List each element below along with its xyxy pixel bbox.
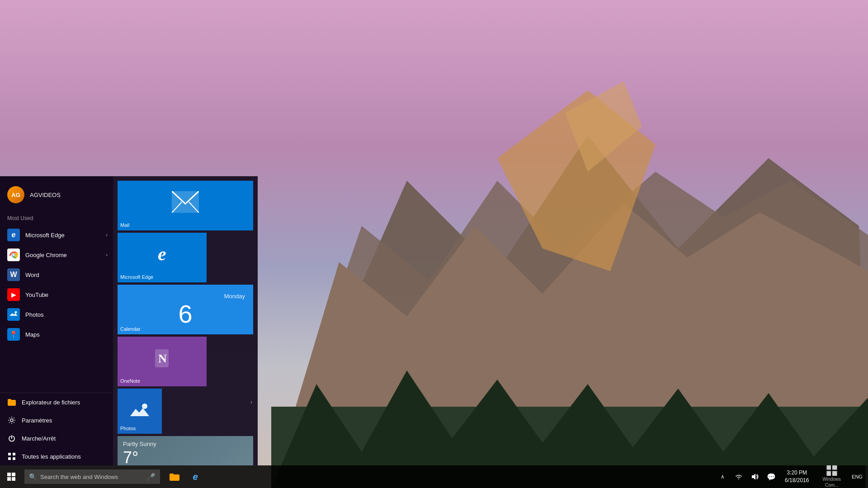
bottom-item-files[interactable]: Explorateur de fichiers › — [0, 393, 113, 411]
microphone-icon[interactable]: 🎤 — [146, 473, 156, 481]
tile-calendar-label: Calendar — [120, 326, 141, 332]
calendar-date-number: 6 — [178, 301, 192, 327]
app-item-photos[interactable]: Photos — [0, 305, 113, 324]
word-icon: W — [7, 268, 20, 281]
svg-rect-16 — [13, 453, 15, 455]
calendar-day-label: Monday — [224, 293, 245, 300]
start-button[interactable] — [0, 465, 23, 488]
svg-point-14 — [10, 419, 13, 422]
app-name-youtube: YouTube — [25, 291, 48, 298]
tile-photos-label: Photos — [120, 426, 136, 431]
tile-weather[interactable]: Partly Sunny 7° Fri ⛅ 8° 1° Sat ☀ 8° — [118, 436, 253, 465]
taskbar-edge[interactable]: e — [185, 465, 205, 488]
svg-rect-15 — [8, 453, 11, 455]
files-label: Explorateur de fichiers — [22, 399, 80, 406]
chevron-right-icon-3: › — [250, 399, 252, 405]
search-bar[interactable]: 🔍 🎤 — [24, 469, 160, 484]
folder-icon — [7, 398, 16, 407]
app-item-word[interactable]: W Word — [0, 265, 113, 285]
power-icon — [7, 434, 16, 443]
svg-rect-18 — [13, 457, 15, 460]
tray-chat-icon[interactable]: 💬 — [763, 465, 779, 488]
tray-network-icon[interactable] — [731, 465, 747, 488]
search-icon: 🔍 — [29, 473, 37, 480]
weather-temp: 7° — [123, 448, 248, 465]
app-name-maps: Maps — [25, 331, 40, 338]
taskbar-file-explorer[interactable] — [165, 465, 184, 488]
app-name-photos: Photos — [25, 311, 43, 318]
settings-icon — [7, 416, 16, 425]
system-tray: ∧ 💬 3:20 PM 6/18/2016 — [714, 465, 868, 488]
edge-icon: e — [7, 229, 20, 241]
svg-point-26 — [142, 404, 147, 409]
weather-condition: Partly Sunny — [123, 441, 248, 447]
chevron-right-icon: › — [106, 232, 108, 238]
all-apps-label: Toutes les applications — [22, 453, 81, 460]
apps-icon — [7, 452, 16, 461]
bottom-item-settings[interactable]: Paramètres — [0, 411, 113, 429]
app-name-chrome: Google Chrome — [25, 252, 67, 258]
app-name-edge: Microsoft Edge — [25, 232, 65, 239]
app-name-word: Word — [25, 272, 39, 278]
left-bottom-section: Explorateur de fichiers › Paramètres — [0, 393, 113, 465]
search-input[interactable] — [40, 474, 143, 480]
youtube-icon: ▶ — [7, 288, 20, 301]
edge-tile-icon: e — [158, 243, 166, 265]
bottom-item-all-apps[interactable]: Toutes les applications — [0, 447, 113, 465]
tile-mail[interactable]: Mail — [118, 181, 253, 230]
tile-mail-label: Mail — [120, 222, 129, 228]
tiles-panel: Mail e Microsoft Edge Monday 6 Calendar … — [113, 176, 258, 465]
svg-rect-47 — [832, 465, 837, 470]
svg-rect-48 — [826, 471, 831, 476]
power-label: Marche/Arrêt — [22, 435, 56, 442]
taskbar-icons: e — [165, 465, 205, 488]
tile-edge[interactable]: e Microsoft Edge — [118, 233, 207, 282]
most-used-label: Most Used — [0, 209, 113, 225]
svg-rect-41 — [7, 473, 11, 476]
svg-point-10 — [13, 254, 15, 256]
clock-time: 3:20 PM — [787, 469, 807, 477]
tile-onenote-label: OneNote — [120, 378, 140, 384]
tile-edge-label: Microsoft Edge — [120, 274, 153, 280]
taskbar: 🔍 🎤 e ∧ 💬 — [0, 465, 868, 488]
user-section[interactable]: AG AGVIDEOS — [0, 181, 113, 209]
tray-language[interactable]: ENG — [849, 465, 865, 488]
tray-up-arrow[interactable]: ∧ — [714, 465, 731, 488]
maps-icon: 📍 — [7, 328, 20, 341]
app-item-chrome[interactable]: Google Chrome › — [0, 245, 113, 265]
svg-rect-17 — [8, 457, 11, 460]
tray-divider — [865, 465, 868, 488]
app-item-maps[interactable]: 📍 Maps — [0, 324, 113, 344]
start-menu: AG AGVIDEOS Most Used e Microsoft Edge › — [0, 176, 258, 465]
clock-date: 6/18/2016 — [785, 477, 809, 484]
windows-activation-text: Windows Com... — [819, 476, 844, 488]
photos-icon — [7, 308, 20, 321]
svg-rect-43 — [7, 477, 11, 481]
windows-activation[interactable]: Windows Com... — [814, 465, 849, 488]
app-item-edge[interactable]: e Microsoft Edge › — [0, 225, 113, 245]
svg-marker-45 — [752, 474, 755, 480]
svg-point-13 — [15, 311, 17, 314]
tile-onenote[interactable]: N OneNote — [118, 337, 207, 386]
tile-photos[interactable]: Photos — [118, 389, 162, 434]
start-menu-left-panel: AG AGVIDEOS Most Used e Microsoft Edge › — [0, 176, 113, 465]
chrome-icon — [7, 249, 20, 261]
settings-label: Paramètres — [22, 417, 52, 424]
svg-rect-44 — [12, 477, 15, 481]
username: AGVIDEOS — [30, 192, 61, 198]
user-avatar: AG — [7, 186, 24, 203]
svg-rect-42 — [12, 473, 15, 476]
chevron-right-icon-2: › — [106, 252, 108, 258]
tile-calendar[interactable]: Monday 6 Calendar — [118, 285, 253, 334]
clock[interactable]: 3:20 PM 6/18/2016 — [779, 465, 814, 488]
svg-rect-49 — [832, 471, 837, 476]
bottom-item-power[interactable]: Marche/Arrêt — [0, 429, 113, 447]
svg-rect-46 — [826, 465, 831, 470]
tray-volume-icon[interactable] — [747, 465, 763, 488]
svg-text:N: N — [158, 352, 167, 365]
app-item-youtube[interactable]: ▶ YouTube — [0, 285, 113, 305]
